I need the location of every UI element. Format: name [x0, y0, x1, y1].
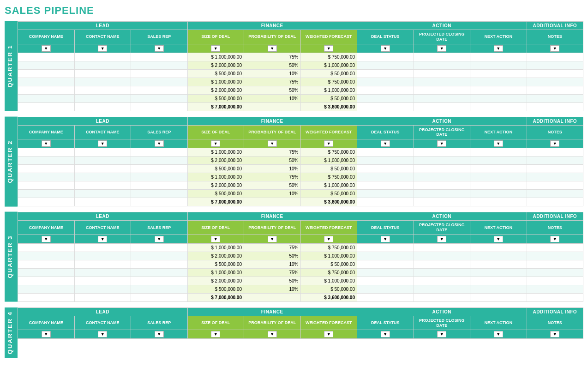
cell-notes[interactable]	[527, 173, 583, 181]
cell-nextaction[interactable]	[470, 53, 527, 61]
cell-notes[interactable]	[527, 181, 583, 190]
filter-sizedeal-btn[interactable]: ▼	[211, 140, 220, 147]
cell-notes[interactable]	[527, 277, 583, 285]
cell-nextaction[interactable]	[470, 94, 527, 102]
cell-company[interactable]	[18, 69, 75, 78]
filter-notes-btn[interactable]: ▼	[550, 140, 559, 147]
filter-nextaction[interactable]: ▼	[470, 44, 527, 53]
cell-nextaction[interactable]	[470, 243, 527, 252]
cell-notes[interactable]	[527, 268, 583, 277]
cell-salesrep[interactable]	[131, 78, 188, 86]
cell-contact[interactable]	[74, 61, 131, 69]
cell-nextaction[interactable]	[470, 260, 527, 268]
cell-contact[interactable]	[74, 148, 131, 156]
cell-company[interactable]	[18, 86, 75, 94]
filter-weighted-btn[interactable]: ▼	[324, 45, 333, 52]
cell-salesrep[interactable]	[131, 61, 188, 69]
filter-contact[interactable]: ▼	[74, 44, 131, 53]
cell-dealstatus[interactable]	[357, 190, 414, 198]
filter-notes[interactable]: ▼	[527, 139, 583, 148]
filter-salesrep[interactable]: ▼	[131, 44, 188, 53]
cell-dealstatus[interactable]	[357, 285, 414, 293]
filter-company-btn[interactable]: ▼	[42, 236, 51, 242]
filter-contact[interactable]: ▼	[74, 235, 131, 243]
cell-notes[interactable]	[527, 243, 583, 252]
filter-nextaction[interactable]: ▼	[470, 330, 527, 339]
cell-notes[interactable]	[527, 260, 583, 268]
cell-closing[interactable]	[414, 78, 470, 86]
filter-probability[interactable]: ▼	[244, 235, 301, 243]
cell-notes[interactable]	[527, 69, 583, 78]
cell-dealstatus[interactable]	[357, 252, 414, 260]
cell-company[interactable]	[18, 53, 75, 61]
cell-company[interactable]	[18, 243, 75, 252]
cell-salesrep[interactable]	[131, 53, 188, 61]
cell-salesrep[interactable]	[131, 69, 188, 78]
filter-closing[interactable]: ▼	[414, 44, 470, 53]
cell-salesrep[interactable]	[131, 165, 188, 173]
cell-nextaction[interactable]	[470, 181, 527, 190]
cell-nextaction[interactable]	[470, 285, 527, 293]
filter-salesrep-btn[interactable]: ▼	[155, 331, 164, 337]
filter-weighted-btn[interactable]: ▼	[324, 140, 333, 147]
cell-salesrep[interactable]	[131, 277, 188, 285]
filter-probability-btn[interactable]: ▼	[268, 45, 277, 52]
filter-notes[interactable]: ▼	[527, 235, 583, 243]
cell-nextaction[interactable]	[470, 190, 527, 198]
filter-weighted[interactable]: ▼	[300, 139, 357, 148]
cell-contact[interactable]	[74, 69, 131, 78]
filter-closing[interactable]: ▼	[414, 330, 470, 339]
cell-contact[interactable]	[74, 94, 131, 102]
filter-weighted-btn[interactable]: ▼	[324, 236, 333, 242]
filter-weighted[interactable]: ▼	[300, 330, 357, 339]
filter-notes-btn[interactable]: ▼	[550, 45, 559, 52]
cell-notes[interactable]	[527, 53, 583, 61]
cell-company[interactable]	[18, 78, 75, 86]
filter-closing-btn[interactable]: ▼	[437, 331, 446, 337]
cell-closing[interactable]	[414, 156, 470, 165]
filter-sizedeal[interactable]: ▼	[187, 139, 244, 148]
cell-dealstatus[interactable]	[357, 94, 414, 102]
cell-notes[interactable]	[527, 190, 583, 198]
filter-company-btn[interactable]: ▼	[42, 331, 51, 337]
filter-probability[interactable]: ▼	[244, 139, 301, 148]
filter-probability[interactable]: ▼	[244, 330, 301, 339]
filter-probability-btn[interactable]: ▼	[268, 140, 277, 147]
cell-contact[interactable]	[74, 165, 131, 173]
cell-nextaction[interactable]	[470, 156, 527, 165]
filter-salesrep[interactable]: ▼	[131, 139, 188, 148]
cell-salesrep[interactable]	[131, 190, 188, 198]
cell-nextaction[interactable]	[470, 86, 527, 94]
cell-company[interactable]	[18, 156, 75, 165]
cell-dealstatus[interactable]	[357, 53, 414, 61]
filter-notes-btn[interactable]: ▼	[550, 331, 559, 337]
filter-probability[interactable]: ▼	[244, 44, 301, 53]
cell-salesrep[interactable]	[131, 268, 188, 277]
filter-notes[interactable]: ▼	[527, 44, 583, 53]
filter-contact-btn[interactable]: ▼	[98, 140, 107, 147]
cell-dealstatus[interactable]	[357, 277, 414, 285]
cell-dealstatus[interactable]	[357, 243, 414, 252]
filter-contact[interactable]: ▼	[74, 330, 131, 339]
cell-nextaction[interactable]	[470, 173, 527, 181]
filter-contact-btn[interactable]: ▼	[98, 331, 107, 337]
filter-closing-btn[interactable]: ▼	[437, 45, 446, 52]
filter-salesrep-btn[interactable]: ▼	[155, 45, 164, 52]
filter-nextaction-btn[interactable]: ▼	[494, 140, 503, 147]
filter-dealstatus-btn[interactable]: ▼	[381, 331, 390, 337]
filter-sizedeal[interactable]: ▼	[187, 44, 244, 53]
cell-company[interactable]	[18, 252, 75, 260]
cell-dealstatus[interactable]	[357, 156, 414, 165]
filter-sizedeal[interactable]: ▼	[187, 330, 244, 339]
cell-company[interactable]	[18, 61, 75, 69]
filter-salesrep-btn[interactable]: ▼	[155, 236, 164, 242]
cell-salesrep[interactable]	[131, 260, 188, 268]
filter-company[interactable]: ▼	[18, 44, 75, 53]
cell-company[interactable]	[18, 190, 75, 198]
cell-notes[interactable]	[527, 61, 583, 69]
filter-sizedeal-btn[interactable]: ▼	[211, 331, 220, 337]
cell-dealstatus[interactable]	[357, 173, 414, 181]
cell-notes[interactable]	[527, 156, 583, 165]
cell-company[interactable]	[18, 285, 75, 293]
cell-nextaction[interactable]	[470, 148, 527, 156]
